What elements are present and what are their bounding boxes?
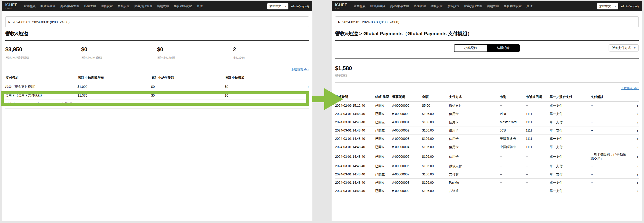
- chevron-right-icon[interactable]: ›: [628, 180, 639, 185]
- chevron-right-icon[interactable]: ›: [628, 145, 639, 149]
- nav-menu-item[interactable]: 顧客資訊管理: [134, 4, 152, 8]
- col-header: 累計小結作廢額: [152, 76, 225, 80]
- caret-right-icon: ▶: [338, 20, 340, 24]
- nav-menu-item[interactable]: 整合功能設定: [504, 4, 522, 8]
- download-report-link[interactable]: 下載報表.xlsx: [291, 68, 309, 71]
- nav-menu-item[interactable]: 其他: [197, 4, 203, 8]
- card-last4: --: [526, 189, 550, 193]
- amount: $106.00: [422, 164, 449, 168]
- nav-menu-item[interactable]: 整合功能設定: [174, 4, 192, 8]
- single-or-mixed: 單一支付: [550, 154, 591, 159]
- payment-method-filter[interactable]: 所有支付方式 ∨: [608, 44, 639, 52]
- section-divider: [335, 58, 639, 58]
- chevron-right-icon[interactable]: ›: [628, 120, 639, 124]
- checkout-time: 2024-03-01 14:48:40: [335, 136, 375, 141]
- app-logo[interactable]: iCHEF 2.243.0: [5, 3, 18, 10]
- net-sales-label: 營業淨額: [335, 74, 639, 78]
- chevron-right-icon[interactable]: ›: [628, 172, 639, 176]
- amount: $106.00: [422, 128, 449, 133]
- module-net: $1,580: [78, 102, 151, 106]
- nav-menu-item[interactable]: 營業報表: [24, 4, 36, 8]
- nav-menu-item[interactable]: 商品/庫存管理: [390, 4, 409, 8]
- nav-menu-item[interactable]: 店面管理: [84, 4, 96, 8]
- tab-checkout-records[interactable]: 結帳紀錄: [487, 44, 519, 52]
- checkout-status: 已開立: [375, 164, 392, 168]
- col-header: 支付模組: [6, 76, 78, 80]
- nav-menu-item[interactable]: 商品/庫存管理: [60, 4, 79, 8]
- checkout-record-row[interactable]: 2024-03-01 14:48:40 已開立 #-00000000 $106.…: [335, 110, 639, 118]
- single-or-mixed: 單一支付: [550, 189, 591, 193]
- nav-menu-item[interactable]: 系統設定: [118, 4, 130, 8]
- card-last4: --: [526, 104, 550, 108]
- language-value: 繁體中文: [269, 4, 281, 8]
- invoice-number: #-00000000: [392, 112, 422, 116]
- checkout-record-row[interactable]: 2024-03-01 14:48:40 已開立 #-00000003 $106.…: [335, 135, 639, 143]
- payment-note: --: [591, 180, 628, 185]
- app-logo[interactable]: iCHEF 2.243.0: [335, 3, 347, 10]
- checkout-record-row[interactable]: 2024-02-06 15:12:40 已開立 #-00000006 $5.00…: [335, 102, 639, 110]
- amount: $106.00: [422, 172, 449, 176]
- checkout-time: 2024-03-01 14:48:40: [335, 120, 375, 124]
- chevron-right-icon[interactable]: ›: [628, 164, 639, 168]
- checkout-record-row[interactable]: 2024-03-01 14:48:40 已開立 #-00000009 $106.…: [335, 187, 639, 195]
- chevron-right-icon[interactable]: ›: [628, 136, 639, 141]
- date-range-selector[interactable]: ▶ 2024-02-01~2024-03-30(0:00~24:00): [335, 16, 639, 27]
- chevron-right-icon[interactable]: ›: [628, 189, 639, 193]
- chevron-right-icon[interactable]: ›: [628, 128, 639, 133]
- payment-module-row[interactable]: 信用卡（信用卡支付模組) $1,370 $0 $0 ›: [5, 91, 309, 100]
- col-header: 結帳時間: [335, 95, 375, 99]
- col-header: 累計小結營業淨額: [78, 76, 152, 80]
- stat-label: 累計小結作廢額: [81, 56, 157, 60]
- single-or-mixed: 單一支付: [550, 120, 591, 124]
- card-brand: --: [500, 172, 526, 176]
- chevron-right-icon[interactable]: ›: [303, 84, 309, 89]
- nav-menu-item[interactable]: 帳號與權限: [41, 4, 56, 8]
- chevron-right-icon[interactable]: ›: [303, 93, 309, 98]
- account-logout-link[interactable]: admin(logout): [620, 4, 639, 8]
- language-select[interactable]: 繁體中文 ∨: [597, 3, 618, 10]
- nav-menu-item[interactable]: 店面管理: [414, 4, 426, 8]
- payment-note: --: [591, 145, 628, 149]
- module-name: Global Payments（Global Payments 支付模組): [5, 102, 78, 106]
- chevron-down-icon: ∨: [284, 5, 286, 8]
- nav-menu-item[interactable]: 結帳設定: [101, 4, 113, 8]
- nav-menu-item[interactable]: 顧客資訊管理: [464, 4, 482, 8]
- checkout-record-row[interactable]: 2024-03-01 14:48:40 已開立 #-00000005 $106.…: [335, 151, 639, 162]
- checkout-time: 2024-02-06 15:12:40: [335, 104, 375, 108]
- checkout-record-row[interactable]: 2024-03-01 14:48:40 已開立 #-00000004 $106.…: [335, 143, 639, 151]
- nav-menu-item[interactable]: 結帳設定: [430, 4, 442, 8]
- logo-text: iCHEF: [5, 3, 18, 7]
- nav-menu: 營業報表帳號與權限商品/庫存管理店面管理結帳設定系統設定顧客資訊管理雲端餐廳整合…: [354, 4, 533, 8]
- stat-value: $0: [157, 46, 233, 53]
- checkout-table-header: 結帳時間 結帳-作廢 發票號碼 金額 支付方式 卡別 卡號後四碼 單一／混合支付…: [335, 93, 639, 102]
- nav-menu-item[interactable]: 帳號與權限: [370, 4, 386, 8]
- account-logout-link[interactable]: admin(logout): [291, 4, 309, 8]
- col-header: 結帳-作廢: [375, 95, 392, 99]
- nav-menu-item[interactable]: 雲端餐廳: [157, 4, 169, 8]
- chevron-right-icon[interactable]: ›: [628, 104, 639, 108]
- date-range-selector[interactable]: ▶ 2024-03-01~2024-03-01(0:00~24:00): [5, 16, 309, 27]
- checkout-record-row[interactable]: 2024-03-01 14:48:40 已開立 #-00000008 $106.…: [335, 179, 639, 187]
- language-select[interactable]: 繁體中文 ∨: [267, 3, 288, 10]
- nav-menu-item[interactable]: 雲端餐廳: [487, 4, 499, 8]
- chevron-right-icon[interactable]: ›: [628, 112, 639, 116]
- amount: $106.00: [422, 180, 449, 185]
- chevron-right-icon[interactable]: ›: [303, 102, 309, 106]
- download-report-link[interactable]: 下載報表.xlsx: [621, 86, 639, 90]
- checkout-record-row[interactable]: 2024-03-01 14:48:40 已開立 #-00000001 $106.…: [335, 118, 639, 126]
- chevron-right-icon[interactable]: ›: [628, 154, 639, 159]
- nav-menu-item[interactable]: 系統設定: [447, 4, 459, 8]
- tab-summary-records[interactable]: 小結紀錄: [454, 44, 487, 52]
- payment-module-row[interactable]: 現金（現金支付模組) $1,000 $0 $0 ›: [5, 82, 309, 91]
- nav-menu-item[interactable]: 其他: [526, 4, 532, 8]
- card-last4: 1111: [526, 120, 550, 124]
- payment-module-row[interactable]: Global Payments（Global Payments 支付模組) $1…: [5, 100, 309, 108]
- nav-menu-item[interactable]: 營業報表: [354, 4, 366, 8]
- payment-method: 信用卡: [449, 154, 500, 159]
- checkout-record-row[interactable]: 2024-03-01 14:48:40 已開立 #-00000006 $106.…: [335, 162, 639, 170]
- card-brand: --: [500, 180, 526, 185]
- card-last4: 1111: [526, 145, 550, 149]
- checkout-record-row[interactable]: 2024-03-01 14:48:40 已開立 #-00000002 $106.…: [335, 126, 639, 135]
- checkout-record-row[interactable]: 2024-03-01 14:48:40 已開立 #-00000007 $106.…: [335, 170, 639, 179]
- single-or-mixed: 單一支付: [550, 180, 591, 185]
